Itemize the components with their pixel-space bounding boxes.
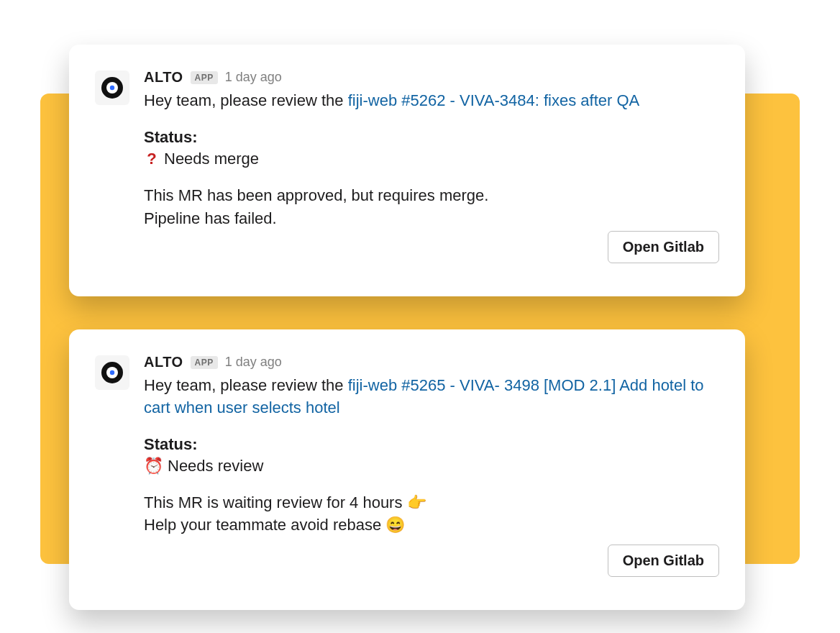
message-timestamp: 1 day ago <box>225 355 282 370</box>
app-badge: APP <box>191 356 218 369</box>
app-avatar <box>95 355 129 390</box>
svg-point-2 <box>110 86 114 90</box>
open-gitlab-button[interactable]: Open Gitlab <box>608 545 719 577</box>
detail-line-2: Help your teammate avoid rebase <box>144 516 385 534</box>
app-avatar <box>95 70 129 105</box>
status-row: ? Needs merge <box>144 150 719 168</box>
message-header: ALTO APP 1 day ago <box>144 69 719 86</box>
message-header: ALTO APP 1 day ago <box>144 354 719 370</box>
status-detail: This MR has been approved, but requires … <box>144 184 547 230</box>
alto-logo-icon <box>99 75 125 101</box>
message-timestamp: 1 day ago <box>225 70 282 85</box>
alto-logo-icon <box>99 360 125 386</box>
app-name: ALTO <box>144 354 183 370</box>
merge-request-link[interactable]: fiji-web #5262 - VIVA-3484: fixes after … <box>348 91 640 109</box>
svg-point-5 <box>110 370 114 375</box>
status-label: Status: <box>144 435 719 454</box>
detail-line-1: This MR is waiting review for 4 hours <box>144 493 407 511</box>
detail-line-2: Pipeline has failed. <box>144 209 277 227</box>
message-body: Hey team, please review the fiji-web #52… <box>144 90 719 112</box>
status-detail: This MR is waiting review for 4 hours 👉 … <box>144 491 547 537</box>
status-text: Needs review <box>168 457 263 475</box>
pointing-hand-icon: 👉 <box>407 493 426 511</box>
app-badge: APP <box>191 71 218 84</box>
status-row: ⏰ Needs review <box>144 457 719 475</box>
slack-message-card: ALTO APP 1 day ago Hey team, please revi… <box>69 45 745 296</box>
detail-line-1: This MR has been approved, but requires … <box>144 186 488 204</box>
intro-text: Hey team, please review the <box>144 91 348 109</box>
message-body: Hey team, please review the fiji-web #52… <box>144 375 719 419</box>
open-gitlab-button[interactable]: Open Gitlab <box>608 231 719 263</box>
question-mark-icon: ? <box>144 150 160 168</box>
alarm-clock-icon: ⏰ <box>144 458 163 474</box>
app-name: ALTO <box>144 69 183 86</box>
grinning-face-icon: 😄 <box>385 516 405 534</box>
slack-message-card: ALTO APP 1 day ago Hey team, please revi… <box>69 329 745 610</box>
intro-text: Hey team, please review the <box>144 376 348 394</box>
status-text: Needs merge <box>164 150 259 168</box>
status-label: Status: <box>144 128 719 147</box>
